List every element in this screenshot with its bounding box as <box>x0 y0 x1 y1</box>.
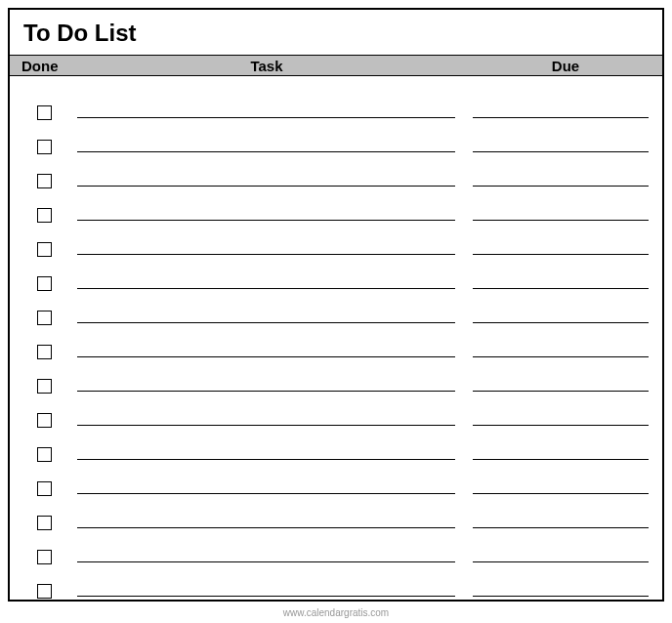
due-field[interactable] <box>473 288 649 289</box>
due-field[interactable] <box>473 117 649 118</box>
due-field[interactable] <box>473 151 649 152</box>
list-row <box>23 190 649 225</box>
task-field[interactable] <box>77 459 455 460</box>
task-field[interactable] <box>77 391 455 392</box>
due-field[interactable] <box>473 493 649 494</box>
task-field[interactable] <box>77 527 455 528</box>
done-checkbox[interactable] <box>37 413 52 428</box>
task-field[interactable] <box>77 493 455 494</box>
column-header-task: Task <box>64 58 469 74</box>
list-row <box>23 566 649 601</box>
done-checkbox[interactable] <box>37 550 52 564</box>
list-row <box>23 122 649 156</box>
due-field[interactable] <box>473 561 649 562</box>
header-row: Done Task Due <box>10 55 662 76</box>
done-checkbox[interactable] <box>37 140 52 154</box>
done-checkbox[interactable] <box>37 105 52 120</box>
task-field[interactable] <box>77 220 455 221</box>
task-field[interactable] <box>77 356 455 357</box>
due-field[interactable] <box>473 391 649 392</box>
rows-container <box>10 76 662 601</box>
list-row <box>23 327 649 361</box>
list-row <box>23 293 649 327</box>
task-field[interactable] <box>77 596 455 597</box>
task-field[interactable] <box>77 425 455 426</box>
done-checkbox[interactable] <box>37 174 52 188</box>
task-field[interactable] <box>77 117 455 118</box>
due-field[interactable] <box>473 322 649 323</box>
done-checkbox[interactable] <box>37 516 52 530</box>
due-field[interactable] <box>473 596 649 597</box>
column-header-due: Due <box>469 58 662 74</box>
done-checkbox[interactable] <box>37 447 52 462</box>
column-header-done: Done <box>10 58 64 74</box>
done-checkbox[interactable] <box>37 311 52 325</box>
due-field[interactable] <box>473 459 649 460</box>
due-field[interactable] <box>473 425 649 426</box>
task-field[interactable] <box>77 322 455 323</box>
list-row <box>23 430 649 464</box>
due-field[interactable] <box>473 186 649 187</box>
list-row <box>23 225 649 259</box>
list-row <box>23 259 649 293</box>
list-row <box>23 464 649 498</box>
task-field[interactable] <box>77 254 455 255</box>
task-field[interactable] <box>77 561 455 562</box>
done-checkbox[interactable] <box>37 481 52 496</box>
todo-list-page: To Do List Done Task Due <box>8 8 664 602</box>
done-checkbox[interactable] <box>37 345 52 359</box>
list-row <box>23 395 649 430</box>
done-checkbox[interactable] <box>37 379 52 394</box>
task-field[interactable] <box>77 288 455 289</box>
done-checkbox[interactable] <box>37 242 52 257</box>
task-field[interactable] <box>77 151 455 152</box>
due-field[interactable] <box>473 220 649 221</box>
due-field[interactable] <box>473 254 649 255</box>
footer-text: www.calendargratis.com <box>8 607 664 618</box>
list-row <box>23 156 649 190</box>
list-row <box>23 498 649 532</box>
done-checkbox[interactable] <box>37 276 52 291</box>
list-row <box>23 361 649 395</box>
due-field[interactable] <box>473 356 649 357</box>
done-checkbox[interactable] <box>37 584 52 599</box>
task-field[interactable] <box>77 186 455 187</box>
list-row <box>23 88 649 122</box>
list-row <box>23 532 649 566</box>
done-checkbox[interactable] <box>37 208 52 223</box>
due-field[interactable] <box>473 527 649 528</box>
page-title: To Do List <box>10 10 662 55</box>
